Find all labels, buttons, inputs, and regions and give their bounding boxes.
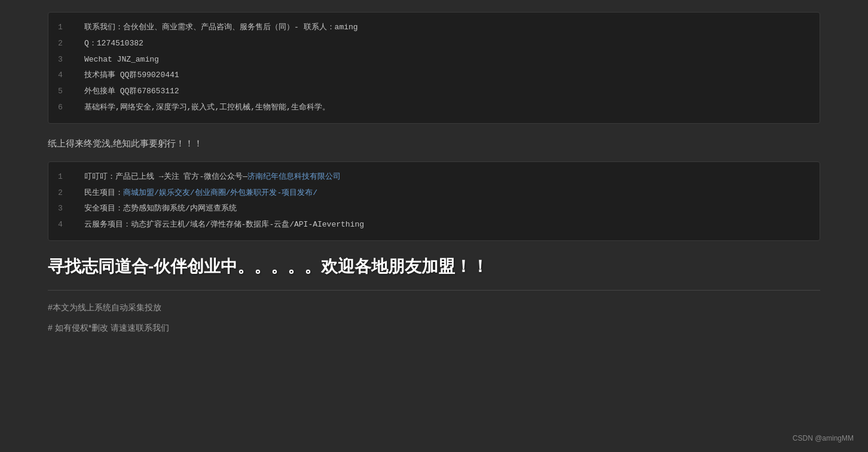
code-line-1: 1 联系我们：合伙创业、商业需求、产品咨询、服务售后（同）- 联系人：aming bbox=[48, 20, 820, 36]
code-line-2: 2 Q：1274510382 bbox=[48, 36, 820, 52]
page-wrapper: 1 联系我们：合伙创业、商业需求、产品咨询、服务售后（同）- 联系人：aming… bbox=[0, 0, 868, 367]
minsheng-link[interactable]: 商城加盟/娱乐交友/创业商圈/外包兼职开发-项目发布/ bbox=[123, 188, 317, 197]
line-number-1: 1 bbox=[58, 22, 72, 34]
line-number-b2-1: 1 bbox=[58, 171, 72, 184]
prose-text: 纸上得来终觉浅,绝知此事要躬行！！！ bbox=[48, 138, 820, 149]
code-line-b2-1: 1 叮叮叮：产品已上线 →关注 官方-微信公众号—济南纪年信息科技有限公司 bbox=[48, 169, 820, 185]
line-content-3: Wechat JNZ_aming bbox=[84, 54, 810, 66]
code-line-b2-4: 4 云服务项目：动态扩容云主机/域名/弹性存储-数据库-云盘/API-AIeve… bbox=[48, 217, 820, 233]
code-line-b2-2: 2 民生项目：商城加盟/娱乐交友/创业商圈/外包兼职开发-项目发布/ bbox=[48, 185, 820, 201]
code-block-1: 1 联系我们：合伙创业、商业需求、产品咨询、服务售后（同）- 联系人：aming… bbox=[48, 12, 820, 124]
line-content-b2-2: 民生项目：商城加盟/娱乐交友/创业商圈/外包兼职开发-项目发布/ bbox=[84, 187, 810, 200]
main-heading: 寻找志同道合-伙伴创业中。。。。。欢迎各地朋友加盟！！ bbox=[48, 255, 820, 278]
line-content-b2-4: 云服务项目：动态扩容云主机/域名/弹性存储-数据库-云盘/API-AIevert… bbox=[84, 219, 810, 231]
csdn-watermark: CSDN @amingMM bbox=[793, 434, 854, 442]
code-line-5: 5 外包接单 QQ群678653112 bbox=[48, 84, 820, 100]
footer-line-1: #本文为线上系统自动采集投放 bbox=[48, 303, 820, 313]
line-number-2: 2 bbox=[58, 38, 72, 50]
line-number-b2-3: 3 bbox=[58, 203, 72, 215]
code-line-3: 3 Wechat JNZ_aming bbox=[48, 52, 820, 68]
line-content-4: 技术搞事 QQ群599020441 bbox=[84, 69, 810, 82]
wechat-link[interactable]: 济南纪年信息科技有限公司 bbox=[247, 172, 341, 181]
line-number-6: 6 bbox=[58, 102, 72, 114]
line-number-4: 4 bbox=[58, 69, 72, 82]
line-content-b2-3: 安全项目：态势感知防御系统/内网巡查系统 bbox=[84, 203, 810, 215]
line-content-b2-1: 叮叮叮：产品已上线 →关注 官方-微信公众号—济南纪年信息科技有限公司 bbox=[84, 171, 810, 184]
code-block-2: 1 叮叮叮：产品已上线 →关注 官方-微信公众号—济南纪年信息科技有限公司 2 … bbox=[48, 161, 820, 241]
code-line-4: 4 技术搞事 QQ群599020441 bbox=[48, 68, 820, 84]
code-line-b2-3: 3 安全项目：态势感知防御系统/内网巡查系统 bbox=[48, 201, 820, 217]
line-content-6: 基础科学,网络安全,深度学习,嵌入式,工控机械,生物智能,生命科学。 bbox=[84, 102, 810, 114]
line-content-2: Q：1274510382 bbox=[84, 38, 810, 50]
line-content-5: 外包接单 QQ群678653112 bbox=[84, 85, 810, 98]
line-number-b2-2: 2 bbox=[58, 187, 72, 200]
footer-line-2: # 如有侵权*删改 请速速联系我们 bbox=[48, 323, 820, 334]
section-divider bbox=[48, 290, 820, 291]
line-content-1: 联系我们：合伙创业、商业需求、产品咨询、服务售后（同）- 联系人：aming bbox=[84, 22, 810, 34]
line-number-5: 5 bbox=[58, 85, 72, 98]
code-line-6: 6 基础科学,网络安全,深度学习,嵌入式,工控机械,生物智能,生命科学。 bbox=[48, 100, 820, 116]
line-number-b2-4: 4 bbox=[58, 219, 72, 231]
line-number-3: 3 bbox=[58, 54, 72, 66]
